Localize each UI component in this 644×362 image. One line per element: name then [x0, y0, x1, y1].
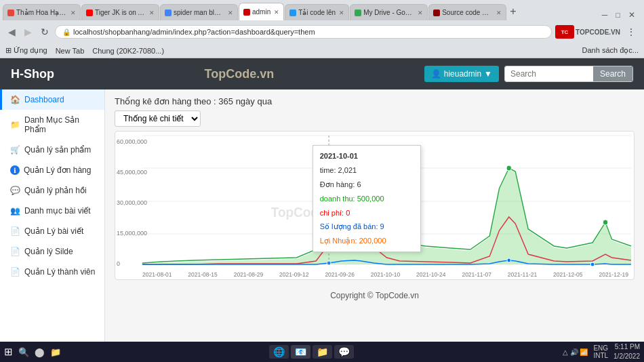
user-icon: 👤	[431, 69, 441, 79]
date-display: 1/2/2022	[613, 352, 640, 361]
chart-container: 60,000,000 45,000,000 30,000,000 15,000,…	[115, 131, 635, 280]
app-footer: Copyright © TopCode.vn	[115, 285, 635, 306]
start-button[interactable]: ⊞	[4, 346, 13, 358]
app-title: H-Shop	[11, 67, 54, 81]
tab-close-5[interactable]: ✕	[339, 9, 344, 16]
sidebar-item-danhmuc[interactable]: 📁 Danh Mục Sản Phẩm	[0, 110, 104, 140]
tab-close-3[interactable]: ✕	[228, 9, 233, 16]
taskbar-app-1[interactable]: 🌐	[269, 345, 289, 359]
y-axis-labels: 60,000,000 45,000,000 30,000,000 15,000,…	[117, 138, 147, 267]
search-box: Search	[504, 66, 633, 82]
bookmark-newtab[interactable]: New Tab	[56, 47, 85, 55]
folder-icon: 📁	[10, 120, 20, 129]
filter-select[interactable]: Thống kê chi tiết	[115, 110, 201, 127]
browser-menu-button[interactable]: ⋮	[624, 25, 639, 39]
tab-1[interactable]: Thảm Hoa Hạt Nhân... ✕	[3, 4, 81, 20]
tooltip-revenue: doanh thu: 500,000	[320, 192, 414, 206]
search-button[interactable]: Search	[593, 66, 632, 81]
main-layout: 🏠 Dashboard 📁 Danh Mục Sản Phẩm 🛒 Quản l…	[0, 89, 644, 362]
header-right-controls: 👤 hieuadmin ▼ Search	[424, 66, 633, 82]
username-label: hieuadmin	[444, 69, 481, 79]
forward-button[interactable]: ▶	[22, 25, 35, 39]
topcode-logo: TC TOPCODE.VN	[555, 25, 620, 39]
new-tab-button[interactable]: +	[507, 5, 519, 18]
tooltip-qty: Số lượng đã bán: 9	[320, 220, 414, 234]
sidebar-item-quanlysanpham[interactable]: 🛒 Quản lý sản phẩm	[0, 140, 104, 160]
content-title: Thống kê đơn hàng theo : 365 ngày qua	[115, 96, 635, 106]
bookmark-danhsach[interactable]: Danh sách đọc...	[582, 46, 639, 55]
clock: 5:11 PM 1/2/2022	[613, 342, 640, 361]
search-taskbar-button[interactable]: 🔍	[18, 347, 29, 357]
sidebar-item-thanhvien[interactable]: 📄 Quản Lý thành viên	[0, 262, 104, 282]
svg-point-7	[603, 220, 608, 225]
tab-close-1[interactable]: ✕	[71, 9, 76, 16]
tab-close-6[interactable]: ✕	[418, 9, 423, 16]
dashboard-icon: 🏠	[10, 95, 20, 104]
address-text: localhost/shopbanhang/admin/index.php?ac…	[73, 28, 315, 36]
tab-7[interactable]: Source code Kiểm tr... ✕	[428, 4, 506, 20]
file-explorer-button[interactable]: 📁	[50, 347, 61, 357]
app-header: H-Shop TopCode.vn 👤 hieuadmin ▼ Search	[0, 58, 644, 89]
taskbar-app-4[interactable]: 💬	[334, 345, 354, 359]
user-menu-button[interactable]: 👤 hieuadmin ▼	[424, 66, 499, 82]
tooltip-date: 2021-10-01	[320, 149, 414, 163]
bookmark-chung[interactable]: Chung (20K2-7080...)	[92, 47, 164, 55]
doc-icon-2: 📄	[10, 247, 20, 256]
address-bar[interactable]: 🔒 localhost/shopbanhang/admin/index.php?…	[55, 25, 552, 39]
taskbar: ⊞ 🔍 ⬤ 📁 🌐 📧 📁 💬 △ 🔊 📶 ENGINTL 5:11 PM 1/…	[0, 342, 644, 362]
lock-icon: 🔒	[62, 28, 71, 36]
tab-5[interactable]: Tải code lên ✕	[285, 4, 349, 20]
tab-close-7[interactable]: ✕	[496, 9, 502, 16]
sidebar-item-donhang[interactable]: ℹ Quản Lý đơn hàng	[0, 160, 104, 180]
maximize-button[interactable]: □	[612, 10, 624, 20]
doc-icon-1: 📄	[10, 226, 20, 236]
window-controls: ─ □ ✕	[599, 9, 641, 20]
tab-2[interactable]: Tiger JK is on Anothe... ✕	[81, 4, 159, 20]
close-button[interactable]: ✕	[625, 9, 639, 20]
taskbar-center: 🌐 📧 📁 💬	[269, 345, 354, 359]
header-center-area: TopCode.vn	[54, 67, 424, 81]
bookmark-apps[interactable]: ⊞ Ứng dụng	[5, 46, 47, 55]
svg-point-6	[506, 165, 512, 171]
language-indicator: ENGINTL	[593, 344, 608, 359]
tooltip-time: time: 2,021	[320, 163, 414, 178]
search-btn-label: Search	[600, 69, 626, 79]
apps-icon: ⊞	[5, 46, 12, 55]
taskbar-left: ⊞ 🔍 ⬤ 📁	[4, 346, 61, 358]
tab-6[interactable]: My Drive - Google D... ✕	[350, 4, 428, 20]
minimize-button[interactable]: ─	[599, 9, 611, 20]
time-display: 5:11 PM	[613, 342, 640, 352]
tab-4-active[interactable]: admin ✕	[239, 3, 284, 20]
info-icon: ℹ	[10, 165, 20, 175]
tab-bar: Thảm Hoa Hạt Nhân... ✕ Tiger JK is on An…	[0, 0, 644, 20]
app-wrapper: H-Shop TopCode.vn 👤 hieuadmin ▼ Search 🏠	[0, 58, 644, 362]
svg-point-9	[507, 258, 511, 262]
users-icon: 👥	[10, 206, 20, 216]
tooltip-cost: chi phí: 0	[320, 206, 414, 220]
reload-button[interactable]: ↻	[38, 25, 52, 39]
taskbar-app-3[interactable]: 📁	[313, 345, 332, 359]
tooltip-profit: Lợi Nhuận: 200,000	[320, 234, 414, 248]
doc-icon-3: 📄	[10, 267, 20, 277]
footer-text: Copyright © TopCode.vn	[330, 291, 419, 300]
topcode-brand-header: TopCode.vn	[205, 67, 275, 81]
tab-3[interactable]: spider man black him... ✕	[160, 4, 238, 20]
sidebar-item-slide[interactable]: 📄 Quản lý Silde	[0, 241, 104, 262]
svg-point-10	[590, 262, 595, 266]
tooltip-orders: Đơn hàng: 6	[320, 178, 414, 192]
sidebar: 🏠 Dashboard 📁 Danh Mục Sản Phẩm 🛒 Quản l…	[0, 89, 105, 362]
sidebar-item-phanhoi[interactable]: 💬 Quản lý phản hồi	[0, 180, 104, 201]
cart-icon: 🛒	[10, 145, 20, 155]
tab-close-2[interactable]: ✕	[149, 9, 155, 16]
sidebar-item-baiviet[interactable]: 📄 Quản Lý bài viết	[0, 221, 104, 241]
tab-close-4[interactable]: ✕	[274, 9, 279, 16]
search-input[interactable]	[505, 66, 593, 81]
back-button[interactable]: ◀	[5, 25, 18, 39]
taskbar-right: △ 🔊 📶 ENGINTL 5:11 PM 1/2/2022	[563, 342, 640, 361]
taskbar-app-2[interactable]: 📧	[291, 345, 310, 359]
chart-tooltip: 2021-10-01 time: 2,021 Đơn hàng: 6 doanh…	[313, 145, 421, 252]
task-view-button[interactable]: ⬤	[35, 347, 45, 357]
sidebar-item-danhmucbaiviet[interactable]: 👥 Danh mục bài viết	[0, 201, 104, 221]
chat-icon: 💬	[10, 186, 20, 195]
sidebar-item-dashboard[interactable]: 🏠 Dashboard	[0, 89, 104, 110]
